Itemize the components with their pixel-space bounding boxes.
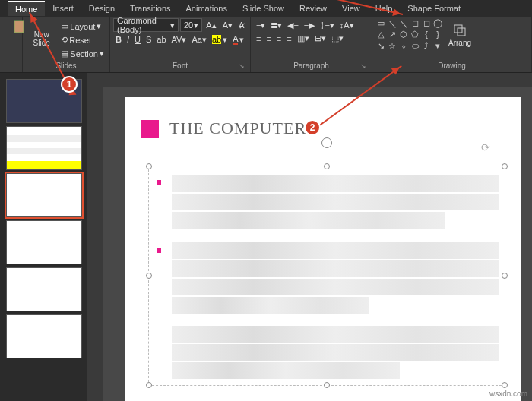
- line-spacing-button[interactable]: ‡≡▾: [318, 20, 337, 31]
- tab-transitions[interactable]: Transitions: [122, 2, 178, 15]
- ribbon-tabs: Home Insert Design Transitions Animation…: [0, 0, 532, 17]
- bullets-button[interactable]: ≡▾: [254, 20, 268, 31]
- align-text-button[interactable]: ⊟▾: [312, 33, 328, 44]
- tab-shape-format[interactable]: Shape Format: [400, 2, 468, 15]
- slides-group-label: Slides: [26, 62, 106, 71]
- svg-rect-2: [458, 28, 465, 36]
- tab-view[interactable]: View: [334, 2, 368, 15]
- font-group-label: Font↘: [113, 62, 247, 71]
- horizontal-ruler: [103, 73, 532, 87]
- slide-title[interactable]: THE COMPUTERS: [169, 118, 316, 138]
- thumb-5[interactable]: [6, 267, 82, 311]
- arrange-button[interactable]: Arrang: [445, 23, 475, 48]
- paragraph-group-label: Paragraph↘: [254, 62, 369, 71]
- shapes-gallery[interactable]: ▭＼＼◻◻◯ △↗⬡⬠{} ↘☆⬨⬭⤴▾: [375, 18, 443, 52]
- numbering-button[interactable]: ≣▾: [268, 20, 284, 31]
- ribbon: New Slide ▭Layout▾ ⟲Reset ▤Section▾ Slid…: [0, 17, 532, 73]
- thumb-6[interactable]: [6, 314, 82, 358]
- thumb-4[interactable]: [6, 220, 82, 264]
- rotation-handle[interactable]: [321, 137, 332, 148]
- annotation-2: 2: [304, 119, 321, 136]
- new-slide-button[interactable]: New Slide: [26, 30, 57, 48]
- tab-slideshow[interactable]: Slide Show: [235, 2, 292, 15]
- pink-square-shape[interactable]: [141, 120, 159, 138]
- svg-rect-1: [454, 25, 462, 33]
- align-left-button[interactable]: ≡: [254, 33, 263, 44]
- tab-review[interactable]: Review: [292, 2, 334, 15]
- font-color-button[interactable]: A▾: [230, 33, 246, 46]
- tab-animations[interactable]: Animations: [179, 2, 235, 15]
- section-button[interactable]: ▤Section▾: [59, 48, 106, 59]
- paragraph-launcher-icon[interactable]: ↘: [359, 62, 367, 70]
- thumb-3-selected[interactable]: [6, 173, 82, 217]
- font-name-combo[interactable]: Garamond (Body)▾: [113, 18, 179, 32]
- annotation-1: 1: [61, 76, 78, 93]
- tab-design[interactable]: Design: [81, 2, 122, 15]
- increase-indent-button[interactable]: ≡▶: [302, 20, 317, 31]
- italic-button[interactable]: I: [125, 33, 131, 46]
- font-launcher-icon[interactable]: ↘: [238, 62, 245, 70]
- slide[interactable]: THE COMPUTERS ⟳: [125, 97, 521, 401]
- bold-button[interactable]: B: [113, 33, 124, 46]
- section-icon: ▤: [61, 49, 68, 58]
- content-textbox[interactable]: [148, 166, 505, 386]
- tab-insert[interactable]: Insert: [45, 2, 81, 15]
- strike-button[interactable]: S: [144, 33, 154, 46]
- columns-button[interactable]: ▥▾: [295, 33, 312, 44]
- decrease-indent-button[interactable]: ◀≡: [285, 20, 300, 31]
- clear-format-icon[interactable]: A̷: [236, 18, 247, 32]
- underline-button[interactable]: U: [132, 33, 143, 46]
- increase-font-icon[interactable]: A▴: [204, 18, 218, 32]
- reset-button[interactable]: ⟲Reset: [59, 34, 93, 46]
- decrease-font-icon[interactable]: A▾: [220, 18, 235, 32]
- align-center-button[interactable]: ≡: [264, 33, 273, 44]
- vertical-ruler: [87, 73, 103, 401]
- slide-thumbnails[interactable]: [0, 73, 87, 401]
- align-right-button[interactable]: ≡: [274, 33, 283, 44]
- thumb-2[interactable]: [6, 126, 82, 170]
- case-button[interactable]: Aa▾: [189, 33, 208, 46]
- font-size-combo[interactable]: 20▾: [180, 18, 202, 32]
- watermark: wsxdn.com: [489, 390, 527, 398]
- layout-icon: ▭: [61, 21, 68, 31]
- reset-icon: ⟲: [61, 35, 68, 45]
- justify-button[interactable]: ≡: [284, 33, 293, 44]
- text-direction-button[interactable]: ↕A▾: [337, 20, 356, 31]
- spacing-button[interactable]: AV▾: [169, 33, 189, 46]
- highlight-button[interactable]: ab▾: [210, 33, 230, 46]
- shadow-button[interactable]: ab: [154, 33, 168, 46]
- layout-button[interactable]: ▭Layout▾: [59, 21, 103, 32]
- rotate-handle-icon[interactable]: ⟳: [481, 141, 490, 153]
- editor-area: THE COMPUTERS ⟳: [0, 73, 532, 401]
- smartart-button[interactable]: ⬚▾: [329, 33, 346, 44]
